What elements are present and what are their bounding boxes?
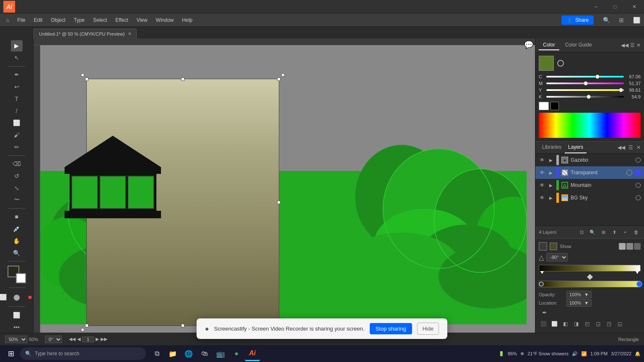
appearance-btn-8[interactable]: ◱	[615, 319, 624, 328]
black-swatch[interactable]	[551, 102, 559, 110]
make-clipping-mask-btn[interactable]: ⊡	[577, 228, 586, 237]
scale-handle-bc[interactable]	[181, 324, 184, 327]
layer-gazebo[interactable]: 👁 ▶ Gazebo	[535, 154, 644, 166]
show-icon-1[interactable]	[619, 243, 626, 250]
k-slider[interactable]	[546, 96, 624, 98]
color-spectrum[interactable]	[539, 113, 641, 138]
location-value[interactable]: 100% ▼	[566, 299, 592, 307]
curvature-tool[interactable]: ↩	[11, 81, 23, 92]
taskbar-task-view[interactable]: ⧉	[149, 346, 164, 361]
layer-visibility-transparent[interactable]: 👁	[539, 169, 545, 176]
gradient-stop-right[interactable]	[636, 271, 639, 274]
appearance-btn-1[interactable]: ⬛	[539, 319, 548, 328]
color-tab[interactable]: Color	[539, 40, 559, 50]
pen-tool[interactable]: ✒	[11, 69, 23, 80]
menu-home[interactable]: ⌂	[2, 16, 13, 25]
scale-handle-bl[interactable]	[85, 324, 88, 327]
artboard-tool[interactable]: ⬜	[11, 309, 23, 321]
menu-edit[interactable]: Edit	[30, 16, 47, 25]
appearance-btn-7[interactable]: ◳	[604, 319, 613, 328]
location-dropdown-icon[interactable]: ▼	[584, 300, 589, 305]
menu-object[interactable]: Object	[47, 16, 70, 25]
stroke-color[interactable]	[16, 273, 26, 283]
menu-effect[interactable]: Effect	[111, 16, 132, 25]
scale-handle-tl[interactable]	[85, 78, 88, 81]
opacity-value[interactable]: 100% ▼	[566, 291, 592, 298]
appearance-btn-2[interactable]: ⬜	[550, 319, 559, 328]
type-tool[interactable]: T	[11, 93, 23, 104]
c-slider[interactable]	[546, 76, 624, 78]
windows-start-button[interactable]: ⊞	[3, 346, 18, 361]
rotation-handle-tr[interactable]	[281, 73, 285, 77]
layer-expand-mountain[interactable]: ▶	[548, 182, 554, 188]
select-tool[interactable]: ▶	[11, 40, 23, 52]
layers-expand-icon[interactable]: ◀◀	[618, 145, 625, 150]
warp-tool[interactable]: 〜	[11, 194, 23, 206]
tab-close-icon[interactable]: ✕	[128, 31, 131, 36]
layers-tab[interactable]: Layers	[565, 142, 587, 153]
zoom-tool[interactable]: 🔍	[11, 247, 23, 259]
comments-icon[interactable]: 💬	[524, 40, 533, 49]
stroke-mini-icon[interactable]	[539, 242, 547, 251]
layer-visibility-mountain[interactable]: 👁	[539, 182, 545, 189]
document-tab[interactable]: Untitled-1* @ 50 % (CMYK/CPU Preview) ✕	[34, 28, 137, 39]
layer-bgsky[interactable]: 👁 ▶ BG Sky	[535, 191, 644, 204]
gradient-long-bar[interactable]	[539, 281, 641, 287]
layers-close-icon[interactable]: ✕	[636, 145, 641, 150]
next-page-btn[interactable]: ▶▶	[101, 336, 107, 342]
volume-icon[interactable]: 🔊	[572, 351, 578, 357]
appearance-btn-6[interactable]: ◲	[593, 319, 602, 328]
gradient-mode[interactable]: ⬤	[11, 291, 23, 303]
delete-layer-btn[interactable]: 🗑	[631, 228, 641, 237]
panel-collapse-icon[interactable]: ◀◀	[621, 42, 628, 48]
zoom-select[interactable]: 50%	[5, 336, 27, 343]
gradient-stop-left[interactable]	[540, 271, 544, 274]
taskbar-illustrator[interactable]: Ai	[245, 346, 260, 361]
menu-select[interactable]: Select	[89, 16, 111, 25]
menu-type[interactable]: Type	[70, 16, 89, 25]
gradient-bar[interactable]	[539, 265, 641, 272]
next-page-step[interactable]: ▶	[96, 336, 99, 342]
line-tool[interactable]: /	[11, 105, 23, 116]
m-slider[interactable]	[546, 83, 624, 84]
panel-menu-icon[interactable]: ☰	[630, 42, 635, 48]
y-slider[interactable]	[546, 89, 624, 91]
color-circle-indicator[interactable]	[557, 60, 564, 67]
eraser-tool[interactable]: ⌫	[11, 158, 23, 170]
panel-close-icon[interactable]: ✕	[636, 42, 641, 48]
opacity-dropdown-icon[interactable]: ▼	[584, 292, 589, 297]
rotation-handle-tl[interactable]	[81, 73, 84, 77]
menu-view[interactable]: View	[132, 16, 152, 25]
page-number-input[interactable]	[82, 336, 94, 342]
collect-layers-btn[interactable]: ⊞	[599, 228, 608, 237]
scale-handle-mr[interactable]	[277, 201, 280, 204]
notification-bell[interactable]: 🔔	[635, 351, 641, 357]
menu-help[interactable]: Help	[178, 16, 197, 25]
taskbar-store[interactable]: 🛍	[197, 346, 212, 361]
taskbar-search[interactable]: 🔍 Type here to search	[20, 347, 146, 360]
share-button[interactable]: 👤 Share	[561, 16, 594, 25]
switcher-button[interactable]: ⊞	[615, 14, 627, 26]
scale-tool[interactable]: ⤡	[11, 182, 23, 194]
move-selection-btn[interactable]: ⬆	[610, 228, 619, 237]
pencil-tool[interactable]: ✏	[11, 142, 23, 153]
taskbar-stream[interactable]: 📺	[213, 346, 228, 361]
network-icon[interactable]: 📶	[581, 351, 587, 357]
search-button[interactable]: 🔍	[600, 14, 612, 26]
more-tools[interactable]: •••	[11, 321, 23, 333]
rotate-tool[interactable]: ↺	[11, 170, 23, 181]
fill-mini-icon[interactable]	[550, 243, 557, 250]
gradient-right-handle[interactable]	[636, 281, 642, 287]
menu-file[interactable]: File	[13, 16, 29, 25]
taskbar-edge[interactable]: 🌐	[181, 346, 196, 361]
layer-lock-mountain[interactable]	[636, 183, 641, 188]
libraries-tab[interactable]: Libraries	[539, 142, 565, 153]
layers-menu-icon[interactable]: ☰	[628, 145, 633, 150]
hand-tool[interactable]: ✋	[11, 235, 23, 247]
normal-mode[interactable]: ⬜	[0, 291, 9, 303]
layer-transparent[interactable]: 👁 ▶ Transparent	[535, 166, 644, 179]
paintbrush-tool[interactable]: 🖌	[11, 129, 23, 141]
eyedropper-tool[interactable]: 💉	[11, 223, 23, 235]
canvas-viewport[interactable]: ▶ ▼ ◼	[40, 45, 535, 333]
layer-expand-gazebo[interactable]: ▶	[548, 157, 554, 163]
